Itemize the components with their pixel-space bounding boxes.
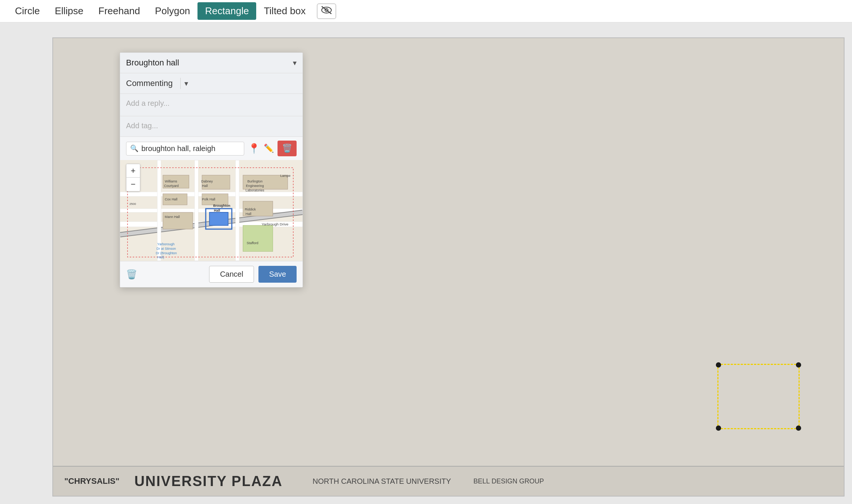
svg-text:Engineering: Engineering bbox=[246, 184, 264, 188]
dialog-header: Broughton hall ▾ bbox=[120, 53, 303, 73]
svg-text:Stafford: Stafford bbox=[247, 241, 258, 245]
commenting-dropdown-chevron[interactable]: ▾ bbox=[184, 79, 188, 88]
delete-location-button[interactable]: 🗑️ bbox=[278, 141, 297, 156]
toolbar-items: CircleEllipseFreehandPolygonRectangleTil… bbox=[7, 2, 313, 20]
visibility-toggle-button[interactable] bbox=[317, 3, 336, 19]
edit-icon[interactable]: ✏️ bbox=[264, 144, 274, 153]
blueprint-chrysalis-label: "CHRYSALIS" bbox=[64, 476, 119, 486]
svg-text:Dabney: Dabney bbox=[201, 179, 213, 183]
canvas-area: "CHRYSALIS" UNIVERSITY PLAZA NORTH CAROL… bbox=[0, 22, 852, 504]
blueprint-university: NORTH CAROLINA STATE UNIVERSITY bbox=[313, 477, 451, 486]
toolbar-item-polygon[interactable]: Polygon bbox=[147, 2, 197, 20]
commenting-label: Commenting bbox=[126, 79, 177, 88]
map-svg: Stinson Drive Yarbrough Drive Broughton … bbox=[120, 160, 303, 261]
footer-actions: Cancel Save bbox=[209, 266, 297, 283]
tag-area[interactable]: Add tag... bbox=[120, 116, 303, 137]
zoom-in-button[interactable]: + bbox=[126, 164, 140, 178]
search-row: 🔍 broughton hall, raleigh 📍 ✏️ 🗑️ bbox=[120, 137, 303, 160]
toolbar-item-tilted-box[interactable]: Tilted box bbox=[256, 2, 313, 20]
svg-text:Yarborough: Yarborough bbox=[157, 242, 175, 246]
svg-rect-11 bbox=[236, 160, 239, 261]
search-icon: 🔍 bbox=[130, 144, 138, 153]
svg-text:2500: 2500 bbox=[129, 202, 136, 206]
search-value: broughton hall, raleigh bbox=[141, 144, 215, 153]
reply-area[interactable]: Add a reply... bbox=[120, 94, 303, 116]
svg-text:Riddick: Riddick bbox=[245, 208, 256, 211]
svg-text:Courtyard: Courtyard bbox=[164, 184, 179, 188]
svg-rect-19 bbox=[209, 212, 228, 225]
dialog-footer: 🗑️ Cancel Save bbox=[120, 261, 303, 287]
svg-text:Mann Hall: Mann Hall bbox=[165, 215, 180, 219]
tag-placeholder: Add tag... bbox=[126, 122, 158, 130]
svg-text:Dr at Stinson: Dr at Stinson bbox=[157, 247, 176, 251]
commenting-row: Commenting ▾ bbox=[120, 73, 303, 94]
dialog-expand-chevron[interactable]: ▾ bbox=[293, 58, 297, 67]
toolbar-item-ellipse[interactable]: Ellipse bbox=[47, 2, 91, 20]
svg-text:Hall): Hall) bbox=[157, 255, 164, 259]
svg-text:Lampe: Lampe bbox=[280, 174, 290, 178]
blueprint-design-group: BELL DESIGN GROUP bbox=[473, 477, 544, 485]
annotation-dialog: Broughton hall ▾ Commenting ▾ Add a repl… bbox=[120, 52, 303, 288]
svg-rect-17 bbox=[243, 225, 273, 252]
save-button[interactable]: Save bbox=[258, 266, 297, 283]
svg-text:Hall: Hall bbox=[246, 212, 251, 216]
svg-text:Dr (Broughton: Dr (Broughton bbox=[156, 251, 177, 255]
svg-text:Hall: Hall bbox=[202, 184, 208, 188]
map-zoom-controls: + − bbox=[126, 164, 140, 191]
toolbar: CircleEllipseFreehandPolygonRectangleTil… bbox=[0, 0, 852, 22]
visibility-icon bbox=[320, 6, 333, 17]
blueprint-title: UNIVERSITY PLAZA bbox=[134, 473, 283, 489]
svg-text:Yarbrough Drive: Yarbrough Drive bbox=[261, 222, 288, 226]
svg-text:Laboratories: Laboratories bbox=[246, 188, 264, 192]
commenting-divider bbox=[180, 78, 181, 89]
pin-icon[interactable]: 📍 bbox=[248, 143, 260, 154]
location-search-box[interactable]: 🔍 broughton hall, raleigh bbox=[126, 142, 244, 156]
map-container: Stinson Drive Yarbrough Drive Broughton … bbox=[120, 160, 303, 261]
svg-text:Burlington: Burlington bbox=[248, 179, 263, 183]
svg-rect-10 bbox=[194, 160, 198, 261]
dialog-title: Broughton hall bbox=[126, 58, 179, 68]
toolbar-item-freehand[interactable]: Freehand bbox=[91, 2, 147, 20]
svg-text:Hall: Hall bbox=[214, 209, 220, 212]
trash-icon: 🗑️ bbox=[282, 144, 292, 153]
svg-text:Broughton: Broughton bbox=[213, 204, 230, 208]
toolbar-item-circle[interactable]: Circle bbox=[7, 2, 47, 20]
svg-text:Williams: Williams bbox=[165, 179, 178, 183]
svg-text:Polk Hall: Polk Hall bbox=[202, 197, 215, 201]
toolbar-item-rectangle[interactable]: Rectangle bbox=[197, 2, 256, 20]
svg-text:Cox Hall: Cox Hall bbox=[165, 197, 178, 201]
dialog-delete-button[interactable]: 🗑️ bbox=[126, 269, 137, 280]
zoom-out-button[interactable]: − bbox=[126, 178, 140, 191]
cancel-button[interactable]: Cancel bbox=[209, 266, 254, 283]
reply-placeholder: Add a reply... bbox=[126, 99, 169, 107]
